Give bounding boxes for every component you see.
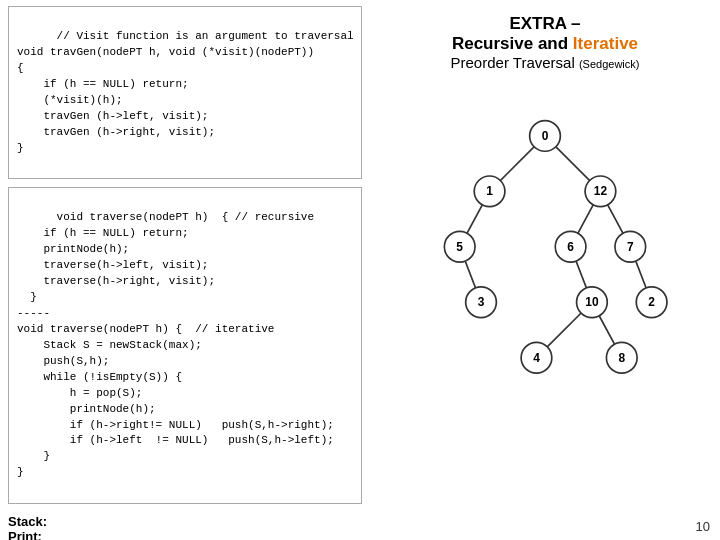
svg-text:2: 2 <box>648 295 655 309</box>
svg-text:1: 1 <box>486 184 493 198</box>
title-line1: EXTRA – <box>451 14 640 34</box>
stack-label: Stack: <box>8 514 362 529</box>
page-number: 10 <box>696 519 710 534</box>
tree-node: 12 <box>585 176 616 207</box>
tree-node: 7 <box>615 231 646 262</box>
svg-text:4: 4 <box>533 351 540 365</box>
code-main-box: void traverse(nodePT h) { // recursive i… <box>8 187 362 504</box>
svg-text:6: 6 <box>567 240 574 254</box>
svg-text:5: 5 <box>456 240 463 254</box>
right-panel: EXTRA – Recursive and Iterative Preorder… <box>370 0 720 540</box>
svg-text:7: 7 <box>627 240 634 254</box>
tree-node: 4 <box>521 342 552 373</box>
title-area: EXTRA – Recursive and Iterative Preorder… <box>451 14 640 71</box>
svg-text:3: 3 <box>478 295 485 309</box>
tree-node: 3 <box>466 287 497 318</box>
code-main-text: void traverse(nodePT h) { // recursive i… <box>17 211 334 478</box>
tree-node: 8 <box>606 342 637 373</box>
title-recursive: Recursive and <box>452 34 573 53</box>
tree-node: 10 <box>577 287 608 318</box>
code-top-text: // Visit function is an argument to trav… <box>17 30 354 154</box>
tree-diagram: 0112567310248 <box>390 89 700 379</box>
svg-text:12: 12 <box>594 184 608 198</box>
svg-text:10: 10 <box>585 295 599 309</box>
tree-node: 5 <box>444 231 475 262</box>
svg-text:8: 8 <box>618 351 625 365</box>
title-extra: EXTRA – <box>509 14 580 33</box>
tree-node: 0 <box>530 121 561 152</box>
code-top-box: // Visit function is an argument to trav… <box>8 6 362 179</box>
title-preorder: Preorder Traversal <box>451 54 579 71</box>
title-line3: Preorder Traversal (Sedgewick) <box>451 54 640 71</box>
svg-text:0: 0 <box>542 129 549 143</box>
stack-print-area: Stack: Print: <box>8 514 362 540</box>
title-sedgewick: (Sedgewick) <box>579 58 640 70</box>
tree-node: 2 <box>636 287 667 318</box>
title-iterative: Iterative <box>573 34 638 53</box>
tree-node: 1 <box>474 176 505 207</box>
print-label: Print: <box>8 529 362 540</box>
tree-node: 6 <box>555 231 586 262</box>
title-line2: Recursive and Iterative <box>451 34 640 54</box>
main-container: // Visit function is an argument to trav… <box>0 0 720 540</box>
left-panel: // Visit function is an argument to trav… <box>0 0 370 540</box>
